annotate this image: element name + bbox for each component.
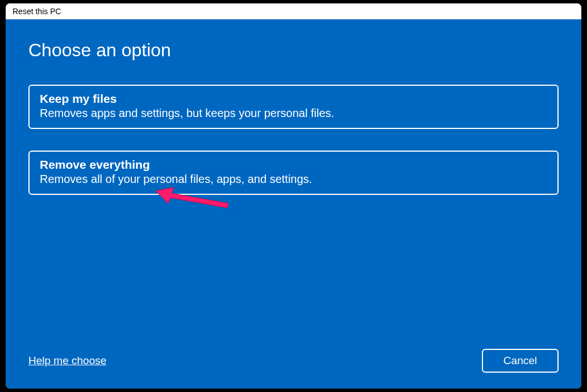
dialog-footer: Help me choose Cancel [28,349,559,373]
dialog-content: Choose an option Keep my files Removes a… [6,19,581,389]
option-title: Remove everything [40,158,547,172]
page-heading: Choose an option [28,40,559,61]
option-remove-everything[interactable]: Remove everything Removes all of your pe… [28,151,559,195]
reset-pc-dialog: Reset this PC Choose an option Keep my f… [6,3,581,389]
dialog-title: Reset this PC [13,7,61,16]
option-description: Removes all of your personal files, apps… [40,173,547,186]
dialog-titlebar: Reset this PC [6,3,581,19]
options-list: Keep my files Removes apps and settings,… [28,85,559,195]
option-title: Keep my files [40,92,547,106]
help-me-choose-link[interactable]: Help me choose [28,355,106,367]
option-description: Removes apps and settings, but keeps you… [40,107,547,120]
cancel-button[interactable]: Cancel [482,349,559,373]
option-keep-my-files[interactable]: Keep my files Removes apps and settings,… [28,85,559,129]
